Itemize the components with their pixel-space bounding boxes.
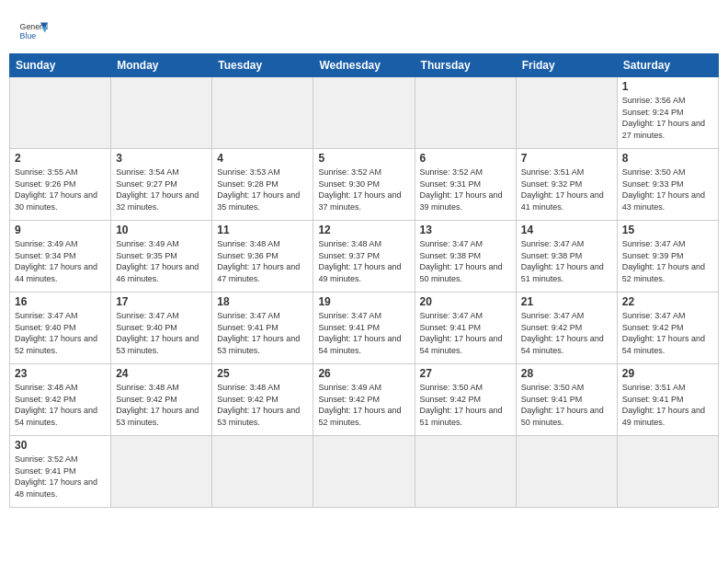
day-info: Sunrise: 3:54 AMSunset: 9:27 PMDaylight:… <box>116 167 207 213</box>
calendar-cell <box>212 77 313 149</box>
calendar-cell <box>313 436 415 508</box>
calendar-cell <box>111 77 212 149</box>
day-number: 1 <box>622 80 713 93</box>
day-info: Sunrise: 3:47 AMSunset: 9:38 PMDaylight:… <box>521 238 612 284</box>
calendar-cell: 3Sunrise: 3:54 AMSunset: 9:27 PMDaylight… <box>111 149 212 221</box>
week-row-2: 2Sunrise: 3:55 AMSunset: 9:26 PMDaylight… <box>10 149 719 221</box>
day-info: Sunrise: 3:47 AMSunset: 9:40 PMDaylight:… <box>116 310 207 356</box>
day-info: Sunrise: 3:53 AMSunset: 9:28 PMDaylight:… <box>217 167 308 213</box>
calendar-cell: 26Sunrise: 3:49 AMSunset: 9:42 PMDayligh… <box>313 364 415 436</box>
day-number: 14 <box>521 224 612 236</box>
day-number: 20 <box>420 295 511 308</box>
day-number: 28 <box>521 367 612 380</box>
day-info: Sunrise: 3:52 AMSunset: 9:41 PMDaylight:… <box>15 454 106 500</box>
calendar-cell: 12Sunrise: 3:48 AMSunset: 9:37 PMDayligh… <box>313 221 415 293</box>
calendar-cell: 2Sunrise: 3:55 AMSunset: 9:26 PMDaylight… <box>10 149 111 221</box>
calendar-cell: 16Sunrise: 3:47 AMSunset: 9:40 PMDayligh… <box>10 293 111 364</box>
calendar-cell: 15Sunrise: 3:47 AMSunset: 9:39 PMDayligh… <box>617 221 718 293</box>
week-row-1: 1Sunrise: 3:56 AMSunset: 9:24 PMDaylight… <box>10 77 719 149</box>
calendar-cell <box>516 77 617 149</box>
day-number: 4 <box>217 152 308 165</box>
calendar-cell: 8Sunrise: 3:50 AMSunset: 9:33 PMDaylight… <box>617 149 718 221</box>
week-row-5: 23Sunrise: 3:48 AMSunset: 9:42 PMDayligh… <box>10 364 719 436</box>
calendar-cell: 21Sunrise: 3:47 AMSunset: 9:42 PMDayligh… <box>516 293 617 364</box>
day-info: Sunrise: 3:48 AMSunset: 9:42 PMDaylight:… <box>116 382 207 428</box>
day-number: 13 <box>420 224 511 236</box>
day-number: 30 <box>15 439 106 452</box>
day-number: 21 <box>521 295 612 308</box>
day-header-friday: Friday <box>516 54 617 77</box>
page-header: General Blue <box>9 9 719 50</box>
day-info: Sunrise: 3:51 AMSunset: 9:32 PMDaylight:… <box>521 167 612 213</box>
week-row-3: 9Sunrise: 3:49 AMSunset: 9:34 PMDaylight… <box>10 221 719 293</box>
day-info: Sunrise: 3:50 AMSunset: 9:41 PMDaylight:… <box>521 382 612 428</box>
calendar-cell: 29Sunrise: 3:51 AMSunset: 9:41 PMDayligh… <box>617 364 718 436</box>
day-info: Sunrise: 3:49 AMSunset: 9:42 PMDaylight:… <box>318 382 409 428</box>
day-number: 17 <box>116 295 207 308</box>
day-number: 12 <box>318 224 409 236</box>
svg-text:Blue: Blue <box>20 31 37 40</box>
calendar-cell: 17Sunrise: 3:47 AMSunset: 9:40 PMDayligh… <box>111 293 212 364</box>
calendar-cell: 10Sunrise: 3:49 AMSunset: 9:35 PMDayligh… <box>111 221 212 293</box>
calendar-cell <box>516 436 617 508</box>
calendar-cell: 27Sunrise: 3:50 AMSunset: 9:42 PMDayligh… <box>415 364 516 436</box>
day-header-thursday: Thursday <box>415 54 516 77</box>
day-number: 16 <box>15 295 106 308</box>
calendar-cell: 7Sunrise: 3:51 AMSunset: 9:32 PMDaylight… <box>516 149 617 221</box>
day-info: Sunrise: 3:51 AMSunset: 9:41 PMDaylight:… <box>622 382 713 428</box>
day-info: Sunrise: 3:48 AMSunset: 9:42 PMDaylight:… <box>15 382 106 428</box>
day-header-tuesday: Tuesday <box>212 54 313 77</box>
day-number: 23 <box>15 367 106 380</box>
day-info: Sunrise: 3:50 AMSunset: 9:42 PMDaylight:… <box>420 382 511 428</box>
calendar-cell: 22Sunrise: 3:47 AMSunset: 9:42 PMDayligh… <box>617 293 718 364</box>
calendar-cell: 11Sunrise: 3:48 AMSunset: 9:36 PMDayligh… <box>212 221 313 293</box>
day-info: Sunrise: 3:48 AMSunset: 9:36 PMDaylight:… <box>217 238 308 284</box>
day-header-saturday: Saturday <box>617 54 718 77</box>
day-number: 25 <box>217 367 308 380</box>
calendar-cell: 18Sunrise: 3:47 AMSunset: 9:41 PMDayligh… <box>212 293 313 364</box>
day-number: 15 <box>622 224 713 236</box>
day-header-wednesday: Wednesday <box>313 54 415 77</box>
day-info: Sunrise: 3:47 AMSunset: 9:38 PMDaylight:… <box>420 238 511 284</box>
day-info: Sunrise: 3:47 AMSunset: 9:40 PMDaylight:… <box>15 310 106 356</box>
day-number: 24 <box>116 367 207 380</box>
day-info: Sunrise: 3:49 AMSunset: 9:34 PMDaylight:… <box>15 238 106 284</box>
calendar-cell: 30Sunrise: 3:52 AMSunset: 9:41 PMDayligh… <box>10 436 111 508</box>
day-number: 9 <box>15 224 106 236</box>
day-header-sunday: Sunday <box>10 54 111 77</box>
day-info: Sunrise: 3:50 AMSunset: 9:33 PMDaylight:… <box>622 167 713 213</box>
calendar-cell: 28Sunrise: 3:50 AMSunset: 9:41 PMDayligh… <box>516 364 617 436</box>
calendar-cell: 4Sunrise: 3:53 AMSunset: 9:28 PMDaylight… <box>212 149 313 221</box>
day-info: Sunrise: 3:56 AMSunset: 9:24 PMDaylight:… <box>622 95 713 141</box>
calendar-cell <box>212 436 313 508</box>
day-info: Sunrise: 3:55 AMSunset: 9:26 PMDaylight:… <box>15 167 106 213</box>
day-info: Sunrise: 3:47 AMSunset: 9:42 PMDaylight:… <box>521 310 612 356</box>
calendar-cell: 20Sunrise: 3:47 AMSunset: 9:41 PMDayligh… <box>415 293 516 364</box>
day-info: Sunrise: 3:48 AMSunset: 9:37 PMDaylight:… <box>318 238 409 284</box>
calendar-cell: 13Sunrise: 3:47 AMSunset: 9:38 PMDayligh… <box>415 221 516 293</box>
day-number: 5 <box>318 152 409 165</box>
day-header-monday: Monday <box>111 54 212 77</box>
week-row-6: 30Sunrise: 3:52 AMSunset: 9:41 PMDayligh… <box>10 436 719 508</box>
logo: General Blue <box>18 17 48 46</box>
calendar-cell: 23Sunrise: 3:48 AMSunset: 9:42 PMDayligh… <box>10 364 111 436</box>
calendar-cell: 24Sunrise: 3:48 AMSunset: 9:42 PMDayligh… <box>111 364 212 436</box>
calendar-cell <box>10 77 111 149</box>
day-number: 6 <box>420 152 511 165</box>
day-info: Sunrise: 3:52 AMSunset: 9:31 PMDaylight:… <box>420 167 511 213</box>
calendar-cell <box>111 436 212 508</box>
day-info: Sunrise: 3:47 AMSunset: 9:39 PMDaylight:… <box>622 238 713 284</box>
calendar-cell <box>415 436 516 508</box>
day-number: 26 <box>318 367 409 380</box>
day-info: Sunrise: 3:49 AMSunset: 9:35 PMDaylight:… <box>116 238 207 284</box>
day-info: Sunrise: 3:47 AMSunset: 9:41 PMDaylight:… <box>318 310 409 356</box>
calendar-cell: 14Sunrise: 3:47 AMSunset: 9:38 PMDayligh… <box>516 221 617 293</box>
calendar-cell: 25Sunrise: 3:48 AMSunset: 9:42 PMDayligh… <box>212 364 313 436</box>
logo-icon: General Blue <box>18 17 48 46</box>
day-number: 19 <box>318 295 409 308</box>
day-info: Sunrise: 3:47 AMSunset: 9:41 PMDaylight:… <box>420 310 511 356</box>
day-number: 27 <box>420 367 511 380</box>
day-info: Sunrise: 3:47 AMSunset: 9:41 PMDaylight:… <box>217 310 308 356</box>
calendar-cell: 9Sunrise: 3:49 AMSunset: 9:34 PMDaylight… <box>10 221 111 293</box>
calendar-cell: 5Sunrise: 3:52 AMSunset: 9:30 PMDaylight… <box>313 149 415 221</box>
